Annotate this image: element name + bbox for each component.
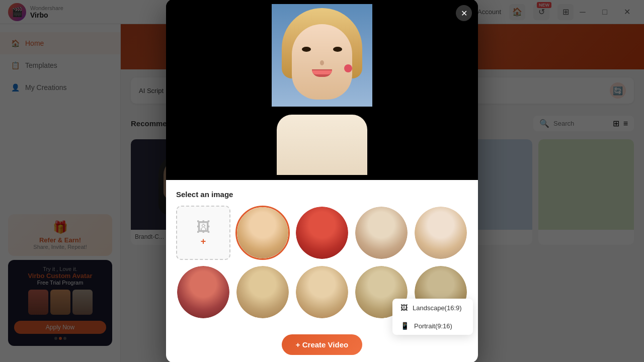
face-circle-3 xyxy=(355,207,408,259)
landscape-icon: 🖼 xyxy=(400,304,408,312)
modal-overlay[interactable]: ✕ xyxy=(0,0,644,362)
add-image-cell[interactable]: 🖼 + xyxy=(176,206,230,260)
images-grid: 🖼 + xyxy=(176,206,468,260)
landscape-option[interactable]: 🖼 Landscape(16:9) xyxy=(392,299,473,317)
create-video-button[interactable]: + Create Video xyxy=(282,334,362,355)
landscape-label: Landscape(16:9) xyxy=(413,304,462,312)
face-circle-4 xyxy=(415,207,467,259)
image-cell-7[interactable] xyxy=(295,265,349,319)
plus-icon: + xyxy=(201,236,206,247)
image-cell-1[interactable] xyxy=(235,206,290,260)
face-circle-6 xyxy=(236,266,289,318)
modal: ✕ xyxy=(166,0,478,362)
dropdown-menu: 🖼 Landscape(16:9) 📱 Portrait(9:16) xyxy=(392,299,473,335)
portrait-icon: 📱 xyxy=(400,322,409,330)
app-window: 🎬 Wondershare Virbo Account 🏠 ↺ NEW ⊞ ─ … xyxy=(0,0,644,362)
face-circle-1 xyxy=(237,207,288,258)
image-cell-6[interactable] xyxy=(235,265,290,319)
add-icon: 🖼 xyxy=(196,219,210,235)
selector-title: Select an image xyxy=(176,190,468,199)
face-circle-7 xyxy=(296,266,348,318)
close-icon: ✕ xyxy=(461,9,467,18)
face-circle-2 xyxy=(296,207,348,259)
image-cell-3[interactable] xyxy=(354,206,409,260)
modal-close-button[interactable]: ✕ xyxy=(456,5,472,21)
portrait-illustration xyxy=(272,4,372,175)
portrait-label: Portrait(9:16) xyxy=(414,322,452,330)
face-circle-5 xyxy=(177,266,229,318)
image-cell-2[interactable] xyxy=(295,206,349,260)
portrait-option[interactable]: 📱 Portrait(9:16) xyxy=(392,317,473,335)
image-cell-4[interactable] xyxy=(414,206,468,260)
image-cell-5[interactable] xyxy=(176,265,230,319)
modal-preview xyxy=(166,0,478,180)
create-video-label: + Create Video xyxy=(296,340,348,349)
modal-footer: 🖼 Landscape(16:9) 📱 Portrait(9:16) + Cre… xyxy=(166,329,478,362)
